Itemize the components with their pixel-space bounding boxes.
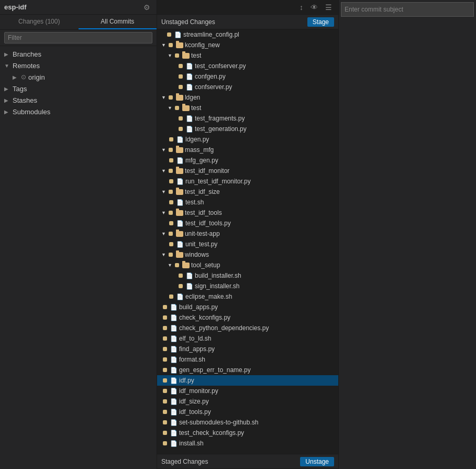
folder-item[interactable]: ▼ ldgen <box>157 92 338 103</box>
file-panel-header: ↕ 👁 ☰ <box>157 0 338 15</box>
sidebar-item-remotes[interactable]: ▼ Remotes <box>0 60 157 71</box>
file-item[interactable]: 📄 format.sh <box>157 354 338 365</box>
file-item[interactable]: 📄 unit_test.py <box>157 239 338 249</box>
gear-icon[interactable]: ⚙ <box>141 2 152 13</box>
folder-name: test_idf_tools <box>185 209 222 216</box>
file-item[interactable]: 📄 test.sh <box>157 197 338 208</box>
folder-item[interactable]: ▼ test <box>157 103 338 113</box>
sidebar-item-branches[interactable]: ▶ Branches <box>0 48 157 60</box>
status-icon <box>161 324 169 332</box>
file-type-icon: 📄 <box>176 178 184 185</box>
file-item[interactable]: 📄 confserver.py <box>157 82 338 92</box>
staged-section: Staged Changes Unstage <box>157 454 338 469</box>
file-item[interactable]: 📄 test_idf_tools.py <box>157 218 338 228</box>
unstaged-file-list[interactable]: 📄 streamline_config.pl ▼ kconfig_new ▼ <box>157 29 338 454</box>
file-type-icon: 📄 <box>186 272 193 279</box>
file-type-icon: 📄 <box>186 115 193 122</box>
file-item[interactable]: 📄 test_check_kconfigs.py <box>157 428 338 438</box>
file-type-icon: 📄 <box>186 73 193 80</box>
commit-subject-input[interactable] <box>341 2 474 17</box>
folder-item[interactable]: ▼ windows <box>157 249 338 260</box>
file-name: test_idf_tools.py <box>185 220 231 227</box>
file-item[interactable]: 📄 sign_installer.sh <box>157 281 338 291</box>
sort-icon[interactable]: ↕ <box>297 2 305 13</box>
file-item[interactable]: 📄 confgen.py <box>157 71 338 82</box>
file-item[interactable]: 📄 check_kconfigs.py <box>157 312 338 323</box>
file-name: confserver.py <box>195 83 232 91</box>
folder-item[interactable]: ▼ kconfig_new <box>157 40 338 50</box>
file-item[interactable]: 📄 idf_size.py <box>157 396 338 407</box>
tab-changes[interactable]: Changes (100) <box>0 15 79 29</box>
folder-item[interactable]: ▼ tool_setup <box>157 260 338 270</box>
view-icon[interactable]: 👁 <box>308 2 320 13</box>
remotes-arrow: ▼ <box>4 63 10 69</box>
file-name: test_confserver.py <box>195 62 246 70</box>
status-icon <box>167 41 174 49</box>
file-item[interactable]: 📄 streamline_config.pl <box>157 29 338 40</box>
sidebar: esp-idf ⚙ Changes (100) All Commits ▶ <box>0 0 157 469</box>
sidebar-item-origin[interactable]: ▶ ⊙ origin <box>0 71 157 83</box>
sidebar-item-tags[interactable]: ▶ Tags <box>0 83 157 94</box>
folder-item[interactable]: ▼ unit-test-app <box>157 228 338 239</box>
status-icon <box>161 387 169 395</box>
unstage-button[interactable]: Unstage <box>300 457 334 466</box>
status-icon <box>161 345 169 353</box>
file-item[interactable]: 📄 gen_esp_err_to_name.py <box>157 365 338 375</box>
folder-name: test <box>191 104 201 112</box>
folder-item[interactable]: ▼ test_idf_tools <box>157 208 338 218</box>
file-item[interactable]: 📄 idf_tools.py <box>157 407 338 417</box>
file-name: check_python_dependencies.py <box>179 324 269 332</box>
file-item[interactable]: 📄 run_test_idf_monitor.py <box>157 176 338 187</box>
menu-icon[interactable]: ☰ <box>323 2 334 13</box>
commit-area <box>338 0 476 469</box>
submodules-label: Submodules <box>13 108 50 116</box>
folder-name: windows <box>185 251 209 258</box>
folder-item[interactable]: ▼ test_idf_size <box>157 187 338 197</box>
filter-input[interactable] <box>4 32 152 43</box>
folder-item[interactable]: ▼ mass_mfg <box>157 145 338 155</box>
file-item[interactable]: 📄 elf_to_ld.sh <box>157 333 338 344</box>
file-name: confgen.py <box>195 73 226 80</box>
sidebar-item-submodules[interactable]: ▶ Submodules <box>0 106 157 117</box>
file-name: mfg_gen.py <box>185 157 218 164</box>
file-item[interactable]: 📄 build_apps.py <box>157 302 338 312</box>
file-item[interactable]: 📄 set-submodules-to-github.sh <box>157 417 338 428</box>
status-icon <box>168 241 175 248</box>
folder-icon <box>176 95 183 101</box>
status-icon <box>167 188 174 195</box>
file-item[interactable]: 📄 test_generation.py <box>157 124 338 134</box>
app-container: esp-idf ⚙ Changes (100) All Commits ▶ <box>0 0 476 469</box>
folder-name: unit-test-app <box>185 230 220 237</box>
file-name: build_installer.sh <box>195 272 241 279</box>
file-item[interactable]: 📄 idf_monitor.py <box>157 386 338 396</box>
branches-arrow: ▶ <box>4 51 10 57</box>
file-item[interactable]: 📄 test_fragments.py <box>157 113 338 124</box>
file-item[interactable]: 📄 install.sh <box>157 438 338 449</box>
remote-icon: ⊙ <box>21 73 26 81</box>
status-icon <box>177 73 184 80</box>
file-item[interactable]: 📄 mfg_gen.py <box>157 155 338 166</box>
file-item[interactable]: 📄 build_installer.sh <box>157 270 338 281</box>
file-name: idf_tools.py <box>179 408 211 416</box>
folder-item[interactable]: ▼ test <box>157 50 338 61</box>
remotes-label: Remotes <box>13 62 40 70</box>
file-item[interactable]: 📄 find_apps.py <box>157 344 338 354</box>
file-item-selected[interactable]: 📄 idf.py <box>157 375 338 386</box>
folder-item[interactable]: ▼ test_idf_monitor <box>157 166 338 176</box>
tab-all-commits[interactable]: All Commits <box>79 15 157 29</box>
status-icon <box>168 136 175 143</box>
status-icon <box>168 178 175 185</box>
tags-label: Tags <box>13 85 27 93</box>
status-icon <box>177 125 184 133</box>
file-item[interactable]: 📄 ldgen.py <box>157 134 338 145</box>
file-item[interactable]: 📄 eclipse_make.sh <box>157 291 338 302</box>
status-icon <box>161 440 169 447</box>
file-item[interactable]: 📄 test_confserver.py <box>157 61 338 71</box>
file-item[interactable]: 📄 check_python_dependencies.py <box>157 323 338 333</box>
sidebar-item-stashes[interactable]: ▶ Stashes <box>0 94 157 106</box>
folder-arrow: ▼ <box>161 42 166 48</box>
stashes-label: Stashes <box>13 96 37 104</box>
stage-button[interactable]: Stage <box>307 17 334 27</box>
status-icon <box>168 220 175 227</box>
file-type-icon: 📄 <box>170 398 178 405</box>
